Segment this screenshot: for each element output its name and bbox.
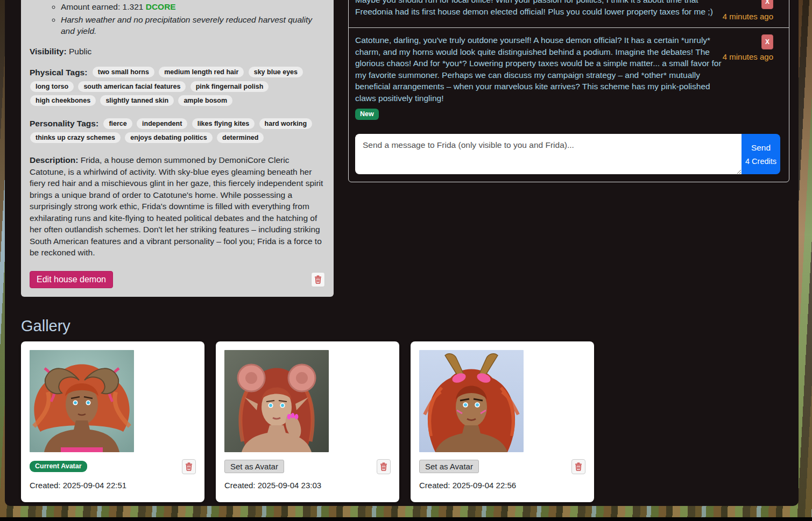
personality-tag: thinks up crazy schemes	[30, 132, 121, 143]
personality-tag: determined	[217, 132, 264, 143]
gallery-card-actions: Set as Avatar	[419, 459, 585, 474]
description-text: Frida, a house demon summoned by DemoniC…	[30, 155, 323, 257]
gallery-title: Gallery	[21, 317, 799, 335]
currency-label: DCORE	[146, 2, 176, 11]
personality-tag: fierce	[103, 118, 132, 129]
amount-earned-item: Amount earned: 1.321 DCORE	[61, 1, 325, 13]
visibility-value: Public	[69, 47, 91, 56]
message-text: Catotune, darling, you've truly outdone …	[355, 34, 723, 120]
visibility-line: Visibility: Public	[30, 46, 325, 58]
created-timestamp: Created: 2025-09-04 22:51	[30, 481, 196, 490]
trash-icon	[575, 462, 582, 471]
personality-tag: independent	[137, 118, 187, 129]
trash-icon	[380, 462, 387, 471]
chat-panel: Maybe you should run for local office! W…	[348, 0, 789, 182]
description-label: Description:	[30, 155, 78, 165]
trash-icon	[314, 275, 322, 284]
message-body: Catotune, darling, you've truly outdone …	[355, 35, 722, 103]
personality-tag: enjoys debating politics	[125, 132, 212, 143]
physical-tags-row: Physical Tags: two small horns medium le…	[30, 66, 325, 108]
send-label: Send	[751, 143, 771, 153]
personality-tag: hard working	[259, 118, 312, 129]
delete-demon-button[interactable]	[311, 272, 325, 287]
visibility-label: Visibility:	[30, 47, 67, 56]
description-paragraph: Description: Frida, a house demon summon…	[30, 154, 325, 259]
current-avatar-badge: Current Avatar	[30, 461, 87, 472]
edit-house-demon-button[interactable]: Edit house demon	[30, 271, 113, 288]
message-text: Maybe you should run for local office! W…	[355, 0, 723, 21]
physical-tag: slightly tanned skin	[100, 95, 174, 106]
send-cost: 4 Credits	[745, 157, 776, 166]
new-message-badge: New	[355, 109, 379, 120]
message-timestamp: 4 minutes ago	[723, 52, 773, 61]
top-row: Amount earned: 1.321 DCORE Harsh weather…	[5, 0, 799, 297]
gallery-card: Set as Avatar Created: 2025-09-04 22:56	[411, 341, 594, 502]
set-as-avatar-button[interactable]: Set as Avatar	[419, 460, 479, 473]
physical-tag: medium length red hair	[159, 67, 244, 77]
personality-tags-label: Personality Tags:	[30, 119, 98, 128]
set-as-avatar-button[interactable]: Set as Avatar	[224, 460, 284, 473]
delete-image-button[interactable]	[377, 459, 391, 474]
page-background: { "colors": { "accent_pink": "#c32569", …	[0, 0, 812, 521]
created-timestamp: Created: 2025-09-04 23:03	[224, 481, 391, 490]
created-timestamp: Created: 2025-09-04 22:56	[419, 481, 585, 490]
message-meta: X 4 minutes ago	[728, 34, 773, 120]
physical-tag: two small horns	[93, 67, 154, 77]
harvest-report-list: Amount earned: 1.321 DCORE Harsh weather…	[30, 1, 325, 37]
delete-image-button[interactable]	[182, 459, 196, 474]
demon-portrait-image[interactable]	[30, 350, 134, 452]
demon-profile-card: Amount earned: 1.321 DCORE Harsh weather…	[21, 0, 334, 297]
main-container: Amount earned: 1.321 DCORE Harsh weather…	[5, 0, 799, 506]
physical-tag: high cheekbones	[30, 95, 96, 106]
physical-tag: pink fingernail polish	[190, 81, 269, 92]
demon-portrait-image[interactable]	[224, 350, 329, 452]
delete-message-button[interactable]: X	[761, 0, 773, 9]
amount-earned-text: Amount earned: 1.321	[61, 2, 143, 11]
gallery-card: Current Avatar Created: 2025-09-04 22:51	[21, 341, 204, 502]
demon-card-actions: Edit house demon	[30, 271, 325, 288]
gallery-card-actions: Set as Avatar	[224, 459, 391, 474]
physical-tag: ample bosom	[178, 95, 232, 106]
delete-message-button[interactable]: X	[761, 34, 773, 49]
personality-tags-row: Personality Tags: fierce independent lik…	[30, 117, 325, 145]
personality-tag: likes flying kites	[192, 118, 255, 129]
close-icon: X	[765, 38, 769, 46]
demon-portrait-image[interactable]	[419, 350, 524, 452]
chat-message: Catotune, darling, you've truly outdone …	[349, 31, 789, 125]
physical-tag: sky blue eyes	[249, 67, 303, 77]
physical-tags-label: Physical Tags:	[30, 68, 87, 77]
send-message-button[interactable]: Send 4 Credits	[742, 134, 780, 174]
chat-input-group: Send 4 Credits	[355, 134, 780, 174]
weather-note-item: Harsh weather and no precipitation sever…	[61, 14, 325, 37]
message-meta: X 4 minutes ago	[728, 0, 773, 21]
close-icon: X	[765, 0, 769, 5]
physical-tag: long torso	[30, 81, 74, 92]
message-divider	[349, 27, 789, 28]
message-input[interactable]	[355, 134, 742, 174]
gallery-row: Current Avatar Created: 2025-09-04 22:51	[21, 341, 799, 502]
delete-image-button[interactable]	[571, 459, 585, 474]
gallery-card-actions: Current Avatar	[30, 459, 196, 474]
message-timestamp: 4 minutes ago	[723, 12, 773, 21]
chat-message: Maybe you should run for local office! W…	[349, 0, 789, 26]
physical-tag: south american facial features	[78, 81, 186, 92]
gallery-card: Set as Avatar Created: 2025-09-04 23:03	[216, 341, 399, 502]
trash-icon	[185, 462, 193, 471]
